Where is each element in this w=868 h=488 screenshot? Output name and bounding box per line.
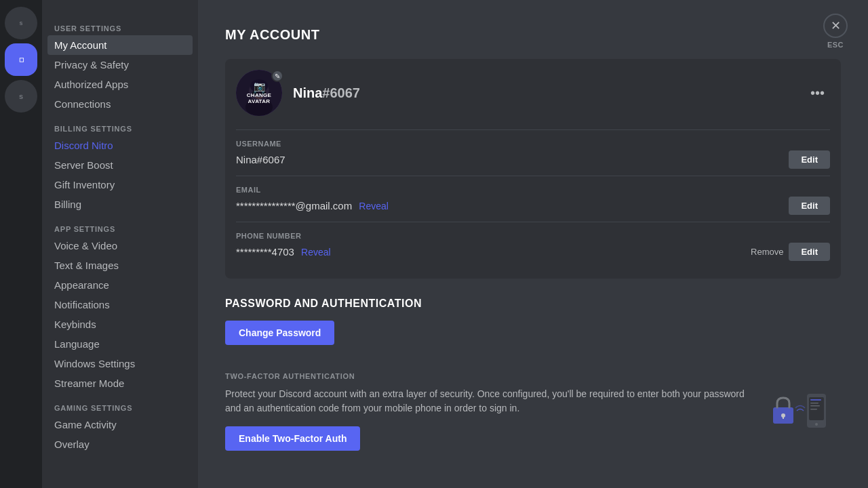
sidebar-item-language[interactable]: Language [47,334,193,354]
change-avatar-text: CHANGE AVATAR [236,93,282,105]
email-value: ***************@gmail.com Reveal [236,200,389,211]
app-sidebar-item[interactable]: s [5,80,37,113]
page-title: MY ACCOUNT [225,27,841,43]
app-sidebar-item[interactable]: s [5,7,37,39]
phone-field: PHONE NUMBER *********4703 Reveal Remove… [236,222,830,268]
phone-row: *********4703 Reveal Remove Edit [236,243,830,261]
section-label-billing: BILLING SETTINGS [47,119,193,136]
app-sidebar-item[interactable]: ◻ [5,43,37,76]
username-display: Nina#6067 [293,85,360,101]
two-factor-section: TWO-FACTOR AUTHENTICATION Protect your D… [225,372,841,451]
username-actions: Edit [789,150,830,169]
email-field: EMAIL ***************@gmail.com Reveal E… [236,176,830,222]
section-label-gaming: GAMING SETTINGS [47,399,193,415]
username-text: Nina [293,85,322,100]
sidebar-item-text-images[interactable]: Text & Images [47,256,193,275]
svg-rect-15 [810,403,818,404]
username-edit-button[interactable]: Edit [789,150,830,169]
close-button-area: ✕ ESC [823,14,848,49]
camera-icon: 📷 [254,81,265,92]
phone-remove-button[interactable]: Remove [751,247,783,257]
section-label-app: APP SETTINGS [47,220,193,236]
sidebar-item-notifications[interactable]: Notifications [47,295,193,314]
sidebar-item-privacy-safety[interactable]: Privacy & Safety [47,55,193,75]
sidebar-item-server-boost[interactable]: Server Boost [47,155,193,175]
sidebar-item-windows-settings[interactable]: Windows Settings [47,354,193,373]
username-value: Nina#6067 [236,154,285,165]
close-button[interactable]: ✕ [823,14,848,38]
two-factor-illustration [766,387,841,441]
phone-edit-button[interactable]: Edit [789,243,830,261]
email-reveal-link[interactable]: Reveal [359,201,389,211]
enable-2fa-button[interactable]: Enable Two-Factor Auth [225,426,360,451]
sidebar-item-voice-video[interactable]: Voice & Video [47,236,193,256]
svg-rect-16 [810,405,820,407]
sidebar-item-overlay[interactable]: Overlay [47,434,193,454]
settings-sidebar: USER SETTINGS My Account Privacy & Safet… [42,0,198,488]
sidebar-item-game-activity[interactable]: Game Activity [47,415,193,434]
svg-point-10 [815,423,818,426]
settings-main: ✕ ESC MY ACCOUNT [198,0,868,488]
close-esc-label: ESC [827,41,844,49]
two-factor-text-area: Protect your Discord account with an ext… [225,387,753,451]
avatar-wrap[interactable]: 📷 CHANGE AVATAR ✎ [236,70,282,116]
sidebar-item-appearance[interactable]: Appearance [47,275,193,295]
svg-rect-17 [810,409,817,410]
section-label-user: USER SETTINGS [47,19,193,35]
sidebar-item-my-account[interactable]: My Account [47,35,193,55]
svg-rect-14 [810,399,821,401]
username-label: USERNAME [236,140,830,148]
password-section: PASSWORD AND AUTHENTICATION Change Passw… [225,298,841,451]
username-row: Nina#6067 Edit [236,150,830,169]
avatar-edit-badge: ✎ [271,70,283,82]
sidebar-item-gift-inventory[interactable]: Gift Inventory [47,175,193,195]
settings-container: USER SETTINGS My Account Privacy & Safet… [42,0,868,488]
email-label: EMAIL [236,186,830,194]
email-actions: Edit [789,197,830,215]
svg-rect-13 [783,415,784,419]
two-factor-body: Protect your Discord account with an ext… [225,387,841,451]
profile-more-button[interactable]: ••• [805,83,830,104]
phone-value: *********4703 Reveal [236,246,331,258]
discriminator-text: #6067 [322,85,360,100]
username-field: USERNAME Nina#6067 Edit [236,129,830,176]
change-password-button[interactable]: Change Password [225,321,334,345]
email-row: ***************@gmail.com Reveal Edit [236,197,830,215]
email-edit-button[interactable]: Edit [789,197,830,215]
two-factor-description: Protect your Discord account with an ext… [225,387,753,415]
phone-label: PHONE NUMBER [236,232,830,240]
phone-actions: Remove Edit [751,243,830,261]
sidebar-item-billing[interactable]: Billing [47,195,193,214]
password-section-title: PASSWORD AND AUTHENTICATION [225,298,841,310]
sidebar-item-discord-nitro[interactable]: Discord Nitro [47,136,193,155]
sidebar-item-connections[interactable]: Connections [47,94,193,114]
phone-reveal-link[interactable]: Reveal [301,247,331,258]
two-factor-title: TWO-FACTOR AUTHENTICATION [225,372,841,380]
profile-header: 📷 CHANGE AVATAR ✎ Nina#6067 ••• [236,70,830,116]
account-card: 📷 CHANGE AVATAR ✎ Nina#6067 ••• USERNAME [225,59,841,279]
sidebar-item-streamer-mode[interactable]: Streamer Mode [47,373,193,393]
sidebar-item-authorized-apps[interactable]: Authorized Apps [47,75,193,94]
sidebar-item-keybinds[interactable]: Keybinds [47,314,193,334]
app-sidebar: s ◻ s [0,0,42,488]
